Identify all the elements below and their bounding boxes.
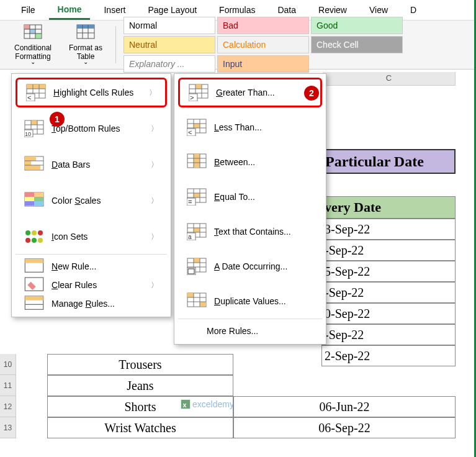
row-header-12[interactable]: 12 xyxy=(0,396,16,417)
svg-rect-94 xyxy=(194,258,200,263)
conditional-formatting-button[interactable]: Conditional Formatting ⌄ xyxy=(7,21,58,69)
duplicate-values-icon xyxy=(187,292,207,310)
text-contains-label: Text that Contains... xyxy=(214,227,313,237)
cell-c12[interactable]: 06-Jun-22 xyxy=(233,396,456,417)
svg-rect-40 xyxy=(25,201,34,206)
style-calculation[interactable]: Calculation xyxy=(217,36,309,53)
svg-rect-38 xyxy=(25,197,34,201)
watermark-text: exceldemy xyxy=(192,399,234,409)
row-header-13[interactable]: 13 xyxy=(0,417,16,438)
between-label: Between... xyxy=(214,157,313,167)
menu-more[interactable]: D xyxy=(402,1,425,19)
menu-file[interactable]: File xyxy=(12,1,44,19)
svg-point-46 xyxy=(32,238,37,243)
menu-home[interactable]: Home xyxy=(49,1,91,20)
banner-cell[interactable]: Particular Date xyxy=(321,149,456,174)
svg-rect-32 xyxy=(25,165,40,170)
conditional-formatting-icon xyxy=(23,24,43,43)
cell-c13[interactable]: 06-Sep-22 xyxy=(233,417,456,438)
cell-b13[interactable]: Wrist Watches xyxy=(47,417,233,438)
cell-b11[interactable]: Jeans xyxy=(47,375,233,396)
cell-c10[interactable]: -Sep-22 xyxy=(321,324,456,345)
header-delivery-date[interactable]: very Date xyxy=(321,196,456,219)
ribbon-divider xyxy=(115,26,116,63)
cell-c9[interactable]: 0-Sep-22 xyxy=(321,303,456,324)
svg-point-45 xyxy=(25,238,30,243)
text-contains-item[interactable]: a Text that Contains... xyxy=(178,217,322,247)
date-occurring-item[interactable]: A Date Occurring... xyxy=(178,251,322,281)
submenu-arrow-icon: 〉 xyxy=(151,280,158,291)
svg-rect-36 xyxy=(25,192,34,197)
color-scales-icon xyxy=(24,192,44,209)
greater-than-icon: > xyxy=(189,84,209,101)
format-as-table-button[interactable]: Format as Table ⌄ xyxy=(63,21,108,69)
clear-rules-label: Clear Rules xyxy=(52,280,143,290)
menu-data[interactable]: Data xyxy=(269,1,305,19)
style-input[interactable]: Input xyxy=(217,55,309,73)
data-bars-item[interactable]: Data Bars 〉 xyxy=(16,150,167,179)
table-icon xyxy=(76,24,96,43)
cell-c11[interactable]: 2-Sep-22 xyxy=(321,345,456,366)
svg-rect-41 xyxy=(34,201,43,206)
svg-rect-50 xyxy=(25,278,43,291)
row-header-10[interactable]: 10 xyxy=(0,354,16,375)
row-header-11[interactable]: 11 xyxy=(0,375,16,396)
column-header-c[interactable]: C xyxy=(323,72,456,86)
style-check-cell[interactable]: Check Cell xyxy=(311,36,403,53)
svg-text:10: 10 xyxy=(25,131,31,137)
new-rule-label: New Rule... xyxy=(52,261,158,271)
clear-rules-item[interactable]: Clear Rules 〉 xyxy=(16,276,167,294)
svg-text:a: a xyxy=(188,233,192,240)
svg-rect-30 xyxy=(25,156,36,161)
text-contains-icon: a xyxy=(187,223,207,240)
style-neutral[interactable]: Neutral xyxy=(123,36,215,53)
date-occurring-label: A Date Occurring... xyxy=(214,261,313,271)
svg-rect-31 xyxy=(25,161,31,165)
svg-marker-51 xyxy=(27,282,35,290)
callout-badge-2: 2 xyxy=(304,86,319,101)
menu-insert[interactable]: Insert xyxy=(95,1,134,19)
cell-c6[interactable]: -Sep-22 xyxy=(321,240,456,261)
svg-rect-9 xyxy=(77,25,94,29)
svg-rect-64 xyxy=(194,124,200,128)
style-good[interactable]: Good xyxy=(311,17,403,34)
highlight-cells-submenu: > Greater Than... < Less Than... Between… xyxy=(174,73,326,345)
less-than-item[interactable]: < Less Than... xyxy=(178,112,322,142)
equal-to-icon: = xyxy=(187,188,207,206)
style-explanatory[interactable]: Explanatory ... xyxy=(123,55,215,73)
color-scales-item[interactable]: Color Scales 〉 xyxy=(16,186,167,215)
svg-rect-102 xyxy=(187,293,194,297)
color-scales-label: Color Scales xyxy=(52,196,143,206)
greater-than-item[interactable]: > Greater Than... xyxy=(178,78,322,107)
equal-to-label: Equal To... xyxy=(214,192,313,202)
style-bad[interactable]: Bad xyxy=(217,17,309,34)
svg-text:<: < xyxy=(188,129,192,136)
menu-review[interactable]: Review xyxy=(310,1,356,19)
top-bottom-rules-item[interactable]: 10 Top/Bottom Rules 〉 xyxy=(16,114,167,143)
between-icon xyxy=(187,153,207,171)
equal-to-item[interactable]: = Equal To... xyxy=(178,182,322,212)
top-bottom-icon: 10 xyxy=(24,120,44,137)
cell-c7[interactable]: 5-Sep-22 xyxy=(321,261,456,282)
more-rules-item[interactable]: More Rules... xyxy=(178,322,322,340)
svg-point-47 xyxy=(38,238,43,243)
between-item[interactable]: Between... xyxy=(178,147,322,177)
cell-c8[interactable]: -Sep-22 xyxy=(321,282,456,303)
icon-sets-label: Icon Sets xyxy=(52,232,143,242)
svg-rect-53 xyxy=(25,296,43,301)
watermark-icon: x xyxy=(180,399,191,410)
icon-sets-item[interactable]: Icon Sets 〉 xyxy=(16,222,167,251)
menu-formulas[interactable]: Formulas xyxy=(210,1,264,19)
chevron-down-icon: ⌄ xyxy=(30,58,35,66)
style-normal[interactable]: Normal xyxy=(123,17,215,34)
cell-c5[interactable]: 3-Sep-22 xyxy=(321,219,456,240)
manage-rules-item[interactable]: Manage Rules... xyxy=(16,294,167,313)
menu-view[interactable]: View xyxy=(361,1,397,19)
highlight-cells-rules-item[interactable]: < HHighlight Cells Rulesighlight Cells R… xyxy=(16,78,167,107)
new-rule-item[interactable]: New Rule... xyxy=(16,257,167,276)
duplicate-values-item[interactable]: Duplicate Values... xyxy=(178,286,322,316)
svg-rect-39 xyxy=(34,197,43,201)
cell-b10[interactable]: Trousers xyxy=(47,354,233,375)
svg-rect-22 xyxy=(31,120,37,125)
menu-pagelayout[interactable]: Page Layout xyxy=(139,1,205,19)
